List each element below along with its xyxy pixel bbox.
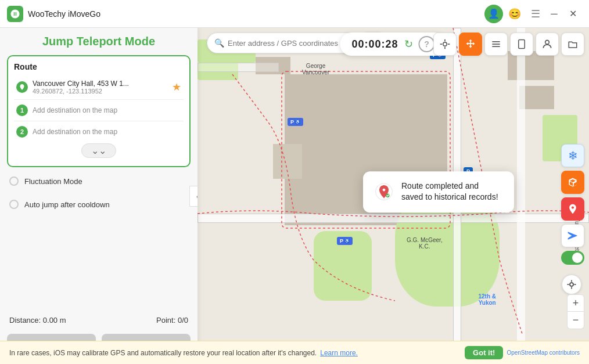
timer-refresh-icon[interactable]: ↻ [404, 38, 413, 51]
search-icon: 🔍 [214, 38, 224, 48]
svg-rect-10 [519, 40, 525, 49]
zoom-controls: + − [567, 294, 584, 329]
layers-button[interactable] [484, 33, 508, 56]
dest-2-placeholder: Add destination on the map [33, 128, 117, 136]
titlebar: WooTechy iMoveGo 👤 😊 ☰ ─ ✕ [0, 0, 589, 28]
location-icon [19, 84, 26, 91]
toggle-switch[interactable] [561, 251, 584, 265]
arrow-button[interactable] [561, 224, 584, 247]
locate-icon [566, 279, 577, 290]
osm-credit-link[interactable]: OpenStreetMap contributors [507, 349, 580, 356]
route-completed-text: Route completed and saved to historical … [401, 181, 502, 203]
favorite-star-icon[interactable]: ★ [172, 81, 181, 93]
crosshair-icon [439, 38, 451, 50]
person-button[interactable] [536, 33, 559, 56]
destination-1-item[interactable]: 1 Add destination on the map [14, 101, 184, 120]
emoji-button[interactable]: 😊 [505, 5, 524, 23]
search-input-wrapper[interactable]: 🔍 [207, 33, 358, 53]
search-input[interactable] [228, 39, 350, 48]
snowflake-button[interactable]: ❄ [561, 144, 584, 167]
learn-more-link[interactable]: Learn more. [320, 349, 358, 357]
collapse-panel-button[interactable]: ‹ [189, 186, 197, 207]
close-button[interactable]: ✕ [563, 5, 582, 23]
timer-help-icon[interactable]: ? [419, 36, 435, 52]
zoom-in-button[interactable]: + [567, 294, 584, 312]
app-icon [7, 6, 23, 22]
svg-point-12 [545, 40, 550, 44]
dest-1-number: 1 [16, 104, 28, 116]
dest-1-placeholder: Add destination on the map [33, 106, 117, 114]
map-area[interactable]: 🔍 ↻ 00:00:28 ↻ ? [197, 28, 589, 364]
layers-icon [490, 38, 502, 50]
main-content: Jump Teleport Mode Route Vancouver City … [0, 28, 589, 364]
folder-button[interactable] [561, 33, 584, 56]
app-title: WooTechy iMoveGo [28, 9, 100, 19]
divider [14, 99, 184, 100]
got-it-button[interactable]: Got it! [465, 346, 503, 359]
auto-jump-radio[interactable] [9, 200, 19, 209]
route-coords: 49.260872, -123.113952 [33, 88, 167, 95]
fluctuation-radio[interactable] [9, 176, 19, 186]
right-toolbar [433, 33, 584, 56]
twelfth-yukon-label: 12th &Yukon [478, 293, 496, 306]
auto-jump-label: Auto jump after cooldown [24, 200, 110, 209]
device-screen-button[interactable] [510, 33, 533, 56]
bottom-bar: In rare cases, iOS may calibrate GPS and… [0, 341, 589, 364]
destination-2-item[interactable]: 2 Add destination on the map [14, 122, 184, 141]
direction-arrow-icon [567, 230, 579, 242]
distance-label: Distance: 0.00 m [9, 316, 66, 325]
popup-icon-area [375, 182, 393, 201]
folder-icon [567, 39, 579, 49]
move-arrows-button[interactable] [459, 33, 482, 56]
route-item[interactable]: Vancouver City Hall, 453 W 1... 49.26087… [14, 76, 184, 98]
svg-point-2 [443, 42, 447, 46]
divider2 [14, 121, 184, 121]
route-label: Route [14, 62, 184, 71]
package-icon [567, 176, 579, 188]
panel-title: Jump Teleport Mode [7, 35, 191, 48]
left-panel: Jump Teleport Mode Route Vancouver City … [0, 28, 197, 364]
user-avatar-button[interactable]: 👤 [484, 5, 503, 23]
zoom-out-button[interactable]: − [567, 312, 584, 329]
map-right-tools: ❄ [561, 144, 584, 265]
location-red-button[interactable] [561, 197, 584, 221]
expand-destinations-button[interactable]: ⌄⌄ [81, 143, 116, 158]
gg-mcgeer-label: G.G. McGeer,K.C. [407, 237, 443, 250]
svg-point-14 [383, 189, 386, 192]
screen-icon [516, 38, 527, 50]
route-completed-popup: Route completed and saved to historical … [363, 171, 514, 212]
crosshair-button[interactable] [433, 33, 457, 56]
person-icon [541, 38, 553, 50]
parking-label-1: P♿ [288, 118, 303, 126]
app-logo-icon [10, 9, 20, 19]
point-label: Point: 0/0 [156, 316, 188, 325]
locate-me-button[interactable] [562, 275, 581, 294]
route-popup-icon [375, 182, 393, 201]
expand-button-area: ⌄⌄ [14, 141, 184, 160]
route-box: Route Vancouver City Hall, 453 W 1... 49… [7, 55, 191, 167]
location-red-icon [567, 203, 579, 215]
timer-display: 00:00:28 [351, 38, 398, 51]
snowflake-icon: ❄ [568, 149, 578, 163]
crosshair-locator [562, 275, 581, 294]
move-icon [465, 38, 476, 50]
menu-button[interactable]: ☰ [526, 5, 545, 23]
stats-row: Distance: 0.00 m Point: 0/0 [7, 313, 191, 327]
fluctuation-mode-option[interactable]: Fluctuation Mode [7, 172, 191, 190]
minimize-button[interactable]: ─ [545, 5, 563, 23]
auto-jump-option[interactable]: Auto jump after cooldown [7, 195, 191, 214]
svg-point-16 [570, 283, 573, 286]
george-vancouver-label: GeorgeVancouver [302, 63, 329, 75]
dest-2-number: 2 [16, 126, 28, 138]
route-place-name: Vancouver City Hall, 453 W 1... [33, 80, 167, 88]
package-button[interactable] [561, 171, 584, 194]
building-2 [273, 144, 302, 179]
route-dot-icon [16, 81, 28, 93]
road-top-h [197, 63, 279, 72]
parking-label-4: P♿ [337, 237, 353, 245]
timer-widget: 00:00:28 ↻ ? [340, 33, 446, 56]
bottom-message: In rare cases, iOS may calibrate GPS and… [9, 349, 317, 357]
fluctuation-label: Fluctuation Mode [24, 177, 82, 186]
